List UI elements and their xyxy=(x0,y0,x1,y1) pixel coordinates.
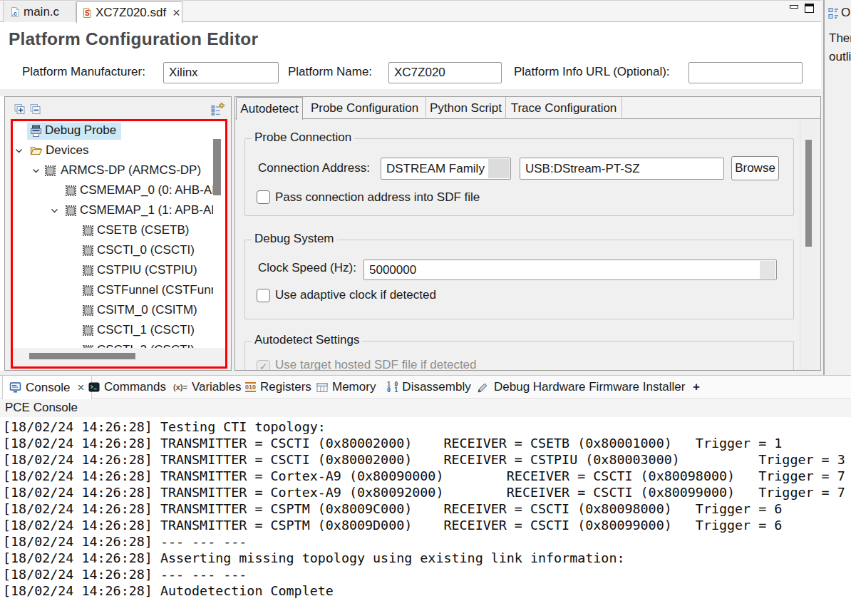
minimize-icon[interactable] xyxy=(790,5,798,9)
probe-family-combo[interactable]: DSTREAM Family xyxy=(381,158,511,180)
console-line: [18/02/24 14:26:28] TRANSMITTER = Cortex… xyxy=(3,468,845,484)
tree-item-cscti0[interactable]: CSCTI_0 (CSCTI) xyxy=(13,241,213,261)
autodetect-pane: Probe Connection Connection Address: DST… xyxy=(235,120,820,370)
clock-speed-value: 5000000 xyxy=(369,263,416,277)
registers-icon: 010 xyxy=(245,382,256,392)
collapse-all-icon[interactable] xyxy=(30,104,41,115)
manufacturer-label: Platform Manufacturer: xyxy=(22,65,145,79)
editor-tab-sdf[interactable]: S XC7Z020.sdf × xyxy=(76,1,182,23)
tab-python-script[interactable]: Python Script xyxy=(426,97,506,119)
pass-address-label: Pass connection address into SDF file xyxy=(275,190,480,205)
chip-icon xyxy=(82,304,94,317)
tree-item-devices[interactable]: Devices xyxy=(13,141,213,161)
chip-icon xyxy=(82,225,94,237)
chip-icon xyxy=(82,284,94,297)
memory-icon xyxy=(316,382,328,393)
tree-item-cscti2[interactable]: CSCTI_2 (CSCTI) xyxy=(13,341,213,348)
close-view-icon[interactable]: × xyxy=(77,381,84,395)
info-url-label: Platform Info URL (Optional): xyxy=(514,65,670,79)
combo-dropdown-button[interactable] xyxy=(760,261,775,279)
browse-button[interactable]: Browse xyxy=(731,156,779,180)
chevron-down-icon[interactable] xyxy=(51,208,58,214)
adaptive-clock-checkbox[interactable] xyxy=(257,289,270,302)
manufacturer-input[interactable]: Xilinx xyxy=(163,62,279,83)
svg-text:.c: .c xyxy=(12,9,18,16)
device-tree-panel: Debug Probe Devices ARMCS-DP (ARMCS-DP) … xyxy=(4,96,232,371)
platform-name-input[interactable]: XC7Z020 xyxy=(388,62,502,83)
c-file-icon: .c xyxy=(10,6,20,18)
config-panel: Autodetect Probe Configuration Python Sc… xyxy=(234,96,821,371)
combo-dropdown-button[interactable] xyxy=(488,159,510,178)
config-vertical-scrollbar-thumb[interactable] xyxy=(805,140,812,247)
tab-probe-configuration[interactable]: Probe Configuration xyxy=(304,97,426,119)
tree-horizontal-scrollbar[interactable] xyxy=(13,348,225,366)
tab-memory[interactable]: Memory xyxy=(316,376,376,399)
config-vertical-scrollbar[interactable] xyxy=(800,120,816,370)
outline-view: Outline There is no active editor that p… xyxy=(825,0,851,375)
tree-item-csmemap1[interactable]: CSMEMAP_1 (1: APB-AP) xyxy=(13,201,213,221)
chip-icon xyxy=(65,185,77,197)
hosted-sdf-checkbox: ✓ xyxy=(257,360,270,370)
view-tabbar: Console × Commands (x)= Variables 010 Re… xyxy=(0,376,851,399)
tab-commands[interactable]: Commands xyxy=(88,376,166,399)
tab-registers[interactable]: 010 Registers xyxy=(245,376,311,399)
tab-trace-configuration[interactable]: Trace Configuration xyxy=(506,97,622,119)
expand-all-icon[interactable] xyxy=(14,104,25,115)
tree-item-csetb[interactable]: CSETB (CSETB) xyxy=(13,221,213,241)
chevron-down-icon[interactable] xyxy=(32,168,40,174)
close-tab-icon[interactable]: × xyxy=(172,6,180,19)
console-line: [18/02/24 14:26:28] Asserting missing to… xyxy=(3,550,624,566)
console-output[interactable]: [18/02/24 14:26:28] Testing CTI topology… xyxy=(0,417,851,616)
console-line: [18/02/24 14:26:28] --- --- --- xyxy=(3,533,247,550)
connection-address-input[interactable]: USB:DStream-PT-SZ xyxy=(520,158,724,180)
info-url-input[interactable] xyxy=(688,62,803,83)
chevron-down-icon[interactable] xyxy=(15,148,23,154)
tab-disassembly[interactable]: 1 00 1 Disassembly xyxy=(387,376,471,399)
tree-item-csitm0[interactable]: CSITM_0 (CSITM) xyxy=(13,301,213,321)
tab-autodetect[interactable]: Autodetect xyxy=(236,97,303,120)
tree-item-cstpiu[interactable]: CSTPIU (CSTPIU) xyxy=(13,261,213,281)
debug-system-title: Debug System xyxy=(252,232,337,246)
chip-icon xyxy=(82,265,94,277)
clock-speed-combo[interactable]: 5000000 xyxy=(363,260,777,280)
tree-item-armcs-dp[interactable]: ARMCS-DP (ARMCS-DP) xyxy=(13,161,213,181)
pass-address-checkbox[interactable] xyxy=(257,190,270,204)
adaptive-clock-label: Use adaptive clock if detected xyxy=(275,288,436,302)
firmware-installer-icon xyxy=(477,381,490,393)
console-line: [18/02/24 14:26:28] TRANSMITTER = CSCTI … xyxy=(3,451,845,468)
outline-view-icon xyxy=(828,7,839,20)
console-line: [18/02/24 14:26:28] TRANSMITTER = CSPTM … xyxy=(3,500,782,517)
console-subtitle-row: PCE Console xyxy=(0,399,851,417)
tree-item-cstfunnel[interactable]: CSTFunnel (CSTFunnel) xyxy=(13,281,213,301)
new-view-tab-icon[interactable]: + xyxy=(693,376,700,399)
tab-variables[interactable]: (x)= Variables xyxy=(173,376,242,399)
tree-item-debug-probe[interactable]: Debug Probe xyxy=(13,121,213,141)
tree-vertical-scrollbar-thumb[interactable] xyxy=(213,139,221,195)
svg-text:S: S xyxy=(85,9,90,17)
tab-console[interactable]: Console × xyxy=(2,376,92,399)
chip-icon xyxy=(82,245,94,257)
tab-firmware-installer[interactable]: Debug Hardware Firmware Installer xyxy=(477,376,685,399)
hosted-sdf-label: Use target hosted SDF file if detected xyxy=(275,358,477,370)
probe-family-value: DSTREAM Family xyxy=(386,162,485,176)
form-header: Platform Configuration Editor Platform M… xyxy=(0,22,821,89)
header-separator-band xyxy=(0,89,821,96)
outline-message: There is no active editor that provides … xyxy=(829,31,851,46)
console-subtitle: PCE Console xyxy=(5,401,78,415)
console-panel: Console × Commands (x)= Variables 010 Re… xyxy=(0,375,851,616)
device-tree: Debug Probe Devices ARMCS-DP (ARMCS-DP) … xyxy=(13,121,213,348)
disassembly-icon: 1 00 1 xyxy=(387,381,398,393)
autodetect-settings-title: Autodetect Settings xyxy=(252,333,362,347)
chip-icon xyxy=(82,324,94,337)
console-line: [18/02/24 14:26:28] TRANSMITTER = CSPTM … xyxy=(3,517,782,533)
add-device-icon[interactable] xyxy=(211,103,225,115)
tree-item-cscti1[interactable]: CSCTI_1 (CSCTI) xyxy=(13,321,213,341)
probe-connection-title: Probe Connection xyxy=(252,130,354,145)
maximize-icon[interactable] xyxy=(805,4,814,13)
chip-icon xyxy=(65,205,77,217)
tree-horizontal-scrollbar-thumb[interactable] xyxy=(29,353,135,359)
tree-item-csmemap0[interactable]: CSMEMAP_0 (0: AHB-AP) xyxy=(13,181,213,201)
editor-tab-main-c[interactable]: .c main.c xyxy=(3,1,76,22)
connection-address-label: Connection Address: xyxy=(258,161,370,175)
tree-vertical-scrollbar[interactable] xyxy=(213,121,225,348)
